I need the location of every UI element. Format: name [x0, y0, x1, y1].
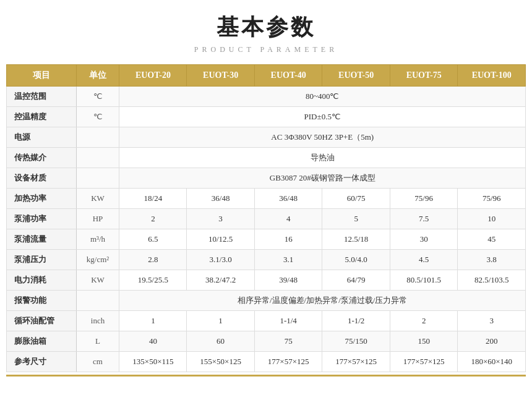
row-label: 报警功能 [7, 291, 77, 311]
row-label: 膨胀油箱 [7, 331, 77, 352]
row-label: 设备材质 [7, 168, 77, 189]
row-value: 10/12.5 [187, 229, 255, 250]
table-row: 控温精度℃PID±0.5℃ [7, 107, 526, 127]
row-value: 2 [390, 311, 458, 331]
row-value: 1 [187, 311, 255, 331]
row-value: 3 [187, 209, 255, 229]
row-unit [76, 168, 119, 189]
row-value: 177×57×125 [322, 352, 390, 372]
row-value: 1 [119, 311, 187, 331]
table-row: 电力消耗KW19.5/25.538.2/47.239/4864/7980.5/1… [7, 270, 526, 291]
row-value: 64/79 [322, 270, 390, 291]
row-value: 3.1/3.0 [187, 250, 255, 270]
col-header-unit: 单位 [76, 65, 119, 87]
row-value: 30 [390, 229, 458, 250]
table-row: 电源AC 3Φ380V 50HZ 3P+E（5m) [7, 127, 526, 148]
row-label: 电源 [7, 127, 77, 148]
col-header-item: 项目 [7, 65, 77, 87]
row-value: 75/150 [322, 331, 390, 352]
row-value: 60/75 [322, 189, 390, 209]
table-row: 温控范围℃80~400℃ [7, 87, 526, 107]
row-value: 75/96 [458, 189, 526, 209]
table-row: 传热媒介导热油 [7, 148, 526, 168]
row-value: 80.5/101.5 [390, 270, 458, 291]
row-value: 177×57×125 [254, 352, 322, 372]
row-value: 19.5/25.5 [119, 270, 187, 291]
row-value: 16 [254, 229, 322, 250]
row-value: 75/96 [390, 189, 458, 209]
row-value: 39/48 [254, 270, 322, 291]
row-label: 加热功率 [7, 189, 77, 209]
row-value: 1-1/2 [322, 311, 390, 331]
row-unit: HP [76, 209, 119, 229]
row-value: 3.8 [458, 250, 526, 270]
row-value: 75 [254, 331, 322, 352]
col-header-euot50: EUOT-50 [322, 65, 390, 87]
page-subtitle: PRODUCT PARAMETER [194, 45, 338, 54]
table-row: 参考尺寸cm135×50×115155×50×125177×57×125177×… [7, 352, 526, 372]
row-label: 循环油配管 [7, 311, 77, 331]
parameter-table: 项目 单位 EUOT-20 EUOT-30 EUOT-40 EUOT-50 EU… [6, 64, 526, 372]
row-unit: ℃ [76, 107, 119, 127]
row-label: 参考尺寸 [7, 352, 77, 372]
row-value: 150 [390, 331, 458, 352]
row-value: 6.5 [119, 229, 187, 250]
row-value-wide: 相序异常/温度偏差/加热异常/泵浦过载/压力异常 [119, 291, 526, 311]
col-header-euot75: EUOT-75 [390, 65, 458, 87]
table-header-row: 项目 单位 EUOT-20 EUOT-30 EUOT-40 EUOT-50 EU… [7, 65, 526, 87]
table-row: 泵浦压力kg/cm²2.83.1/3.03.15.0/4.04.53.8 [7, 250, 526, 270]
row-unit [76, 148, 119, 168]
row-value: 4 [254, 209, 322, 229]
row-value-wide: AC 3Φ380V 50HZ 3P+E（5m) [119, 127, 526, 148]
row-value: 177×57×125 [390, 352, 458, 372]
row-unit: m³/h [76, 229, 119, 250]
row-label: 控温精度 [7, 107, 77, 127]
row-value: 40 [119, 331, 187, 352]
table-row: 泵浦流量m³/h6.510/12.51612.5/183045 [7, 229, 526, 250]
row-value-wide: PID±0.5℃ [119, 107, 526, 127]
row-value: 3.1 [254, 250, 322, 270]
row-value: 18/24 [119, 189, 187, 209]
row-value: 60 [187, 331, 255, 352]
row-value: 1-1/4 [254, 311, 322, 331]
row-value: 45 [458, 229, 526, 250]
row-label: 泵浦功率 [7, 209, 77, 229]
row-value: 2.8 [119, 250, 187, 270]
row-value: 4.5 [390, 250, 458, 270]
col-header-euot40: EUOT-40 [254, 65, 322, 87]
row-value: 38.2/47.2 [187, 270, 255, 291]
row-unit: cm [76, 352, 119, 372]
col-header-euot30: EUOT-30 [187, 65, 255, 87]
table-row: 设备材质GB3087 20#碳钢管路一体成型 [7, 168, 526, 189]
row-value: 3 [458, 311, 526, 331]
row-unit: inch [76, 311, 119, 331]
row-unit: ℃ [76, 87, 119, 107]
row-value: 10 [458, 209, 526, 229]
row-value: 5 [322, 209, 390, 229]
row-value: 135×50×115 [119, 352, 187, 372]
row-unit: L [76, 331, 119, 352]
table-row: 循环油配管inch111-1/41-1/223 [7, 311, 526, 331]
row-value: 7.5 [390, 209, 458, 229]
row-value-wide: GB3087 20#碳钢管路一体成型 [119, 168, 526, 189]
row-value: 36/48 [254, 189, 322, 209]
row-value: 155×50×125 [187, 352, 255, 372]
row-value-wide: 80~400℃ [119, 87, 526, 107]
row-value: 200 [458, 331, 526, 352]
row-label: 泵浦流量 [7, 229, 77, 250]
row-value: 12.5/18 [322, 229, 390, 250]
row-unit [76, 127, 119, 148]
table-row: 加热功率KW18/2436/4836/4860/7575/9675/96 [7, 189, 526, 209]
row-unit [76, 291, 119, 311]
row-value: 2 [119, 209, 187, 229]
table-row: 泵浦功率HP23457.510 [7, 209, 526, 229]
row-value: 82.5/103.5 [458, 270, 526, 291]
row-value: 5.0/4.0 [322, 250, 390, 270]
row-label: 传热媒介 [7, 148, 77, 168]
row-unit: KW [76, 189, 119, 209]
table-row: 膨胀油箱L40607575/150150200 [7, 331, 526, 352]
row-label: 电力消耗 [7, 270, 77, 291]
page-title: 基本参数 [217, 12, 315, 43]
row-value-wide: 导热油 [119, 148, 526, 168]
bottom-line [6, 375, 526, 377]
